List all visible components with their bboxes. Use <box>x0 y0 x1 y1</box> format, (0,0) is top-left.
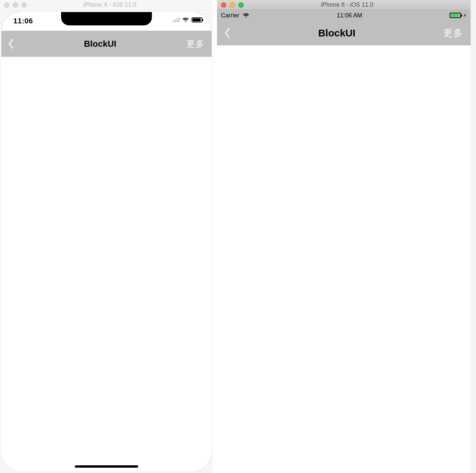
battery-icon <box>450 13 461 18</box>
back-button[interactable] <box>224 28 230 38</box>
back-button[interactable] <box>8 39 14 49</box>
ios-status-bar: Carrier 11:06 AM ⚡︎ <box>217 10 471 21</box>
battery-icon <box>192 17 202 22</box>
traffic-minimize-icon[interactable] <box>230 2 235 8</box>
wifi-icon <box>243 13 249 18</box>
nav-more-button[interactable]: 更多 <box>186 38 205 50</box>
app-content-area[interactable] <box>217 45 471 473</box>
nav-more-button[interactable]: 更多 <box>443 27 463 39</box>
wifi-icon <box>182 17 189 22</box>
nav-title: BlockUI <box>318 27 355 39</box>
window-title: iPhone 8 - iOS 11.0 <box>244 1 471 8</box>
traffic-zoom-icon[interactable] <box>21 2 27 8</box>
charging-icon: ⚡︎ <box>463 12 467 19</box>
traffic-close-icon[interactable] <box>221 2 226 8</box>
traffic-close-icon[interactable] <box>4 2 9 8</box>
device-notch <box>61 12 152 25</box>
app-content-area[interactable] <box>1 57 212 471</box>
window-title: iPhone X - iOS 11.0 <box>27 1 213 8</box>
nav-title: BlockUI <box>84 39 116 49</box>
nav-bar: BlockUI 更多 <box>1 31 212 57</box>
nav-bar: BlockUI 更多 <box>217 21 471 45</box>
cellular-signal-icon <box>172 17 180 22</box>
carrier-label: Carrier <box>221 12 239 19</box>
window-titlebar[interactable]: iPhone 8 - iOS 11.0 <box>217 0 471 10</box>
simulator-window-iphone-8: iPhone 8 - iOS 11.0 Carrier 11:06 AM ⚡︎ <box>217 0 471 473</box>
status-time: 11:06 AM <box>337 12 362 19</box>
status-time: 11:06 <box>13 17 33 25</box>
traffic-minimize-icon[interactable] <box>13 2 18 8</box>
simulator-window-iphone-x: iPhone X - iOS 11.0 11:06 <box>0 0 213 473</box>
traffic-zoom-icon[interactable] <box>238 2 244 8</box>
device-screen-iphone-8: Carrier 11:06 AM ⚡︎ BlockUI <box>217 10 471 473</box>
device-frame-iphone-x: 11:06 BlockUI <box>1 12 212 471</box>
home-indicator[interactable] <box>75 465 138 468</box>
window-titlebar[interactable]: iPhone X - iOS 11.0 <box>0 0 213 10</box>
